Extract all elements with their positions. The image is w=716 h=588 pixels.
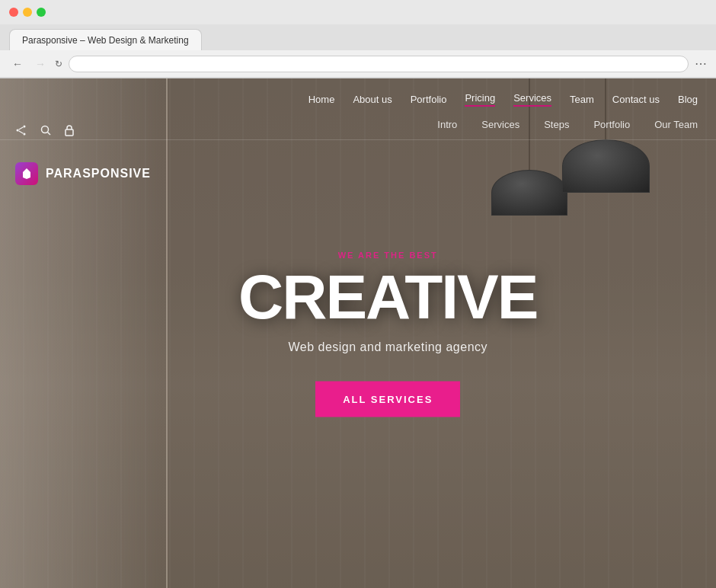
maximize-button[interactable] xyxy=(37,8,46,17)
svg-line-4 xyxy=(19,131,24,133)
nav-home[interactable]: Home xyxy=(308,94,335,105)
svg-marker-8 xyxy=(23,168,30,179)
back-button[interactable]: ← xyxy=(9,56,26,72)
left-panel-decoration xyxy=(0,78,168,588)
nav-team[interactable]: Team xyxy=(570,94,594,105)
primary-nav: Home About us Portfolio Pricing Services… xyxy=(0,78,716,113)
browser-chrome: Parasponsive – Web Design & Marketing ← … xyxy=(0,0,716,78)
svg-line-3 xyxy=(19,127,24,129)
window-controls xyxy=(9,8,46,17)
address-bar: ← → ↻ ⋯ xyxy=(0,50,716,78)
tab-title: Parasponsive – Web Design & Marketing xyxy=(22,35,189,46)
nav-left-icons xyxy=(15,124,75,139)
hero-title: CREATIVE xyxy=(238,266,538,328)
subnav-portfolio[interactable]: Portfolio xyxy=(593,119,630,130)
svg-point-2 xyxy=(24,133,26,136)
secondary-nav: Intro Services Steps Portfolio Our Team xyxy=(0,113,716,140)
hero-content: WE ARE THE BEST CREATIVE Web design and … xyxy=(238,251,538,417)
logo-text: PARASPONSIVE xyxy=(46,167,151,181)
lamp-shade-2 xyxy=(562,139,650,193)
tab-bar: Parasponsive – Web Design & Marketing xyxy=(0,24,716,50)
nav-pricing[interactable]: Pricing xyxy=(465,92,495,107)
subnav-steps[interactable]: Steps xyxy=(544,119,569,130)
hero-subtitle: Web design and marketing agency xyxy=(238,340,538,354)
hero-tagline: WE ARE THE BEST xyxy=(238,251,538,260)
share-icon[interactable] xyxy=(15,124,27,139)
lock-icon[interactable] xyxy=(64,124,75,139)
title-bar xyxy=(0,0,716,24)
site-wrapper: Home About us Portfolio Pricing Services… xyxy=(0,78,716,588)
svg-line-6 xyxy=(48,133,51,136)
svg-rect-7 xyxy=(66,129,73,136)
nav-blog[interactable]: Blog xyxy=(678,94,698,105)
svg-point-0 xyxy=(24,126,26,128)
nav-services[interactable]: Services xyxy=(513,92,551,107)
browser-tab[interactable]: Parasponsive – Web Design & Marketing xyxy=(9,29,202,50)
nav-about[interactable]: About us xyxy=(353,94,392,105)
minimize-button[interactable] xyxy=(23,8,32,17)
more-options-button[interactable]: ⋯ xyxy=(695,56,707,71)
subnav-services[interactable]: Services xyxy=(481,119,519,130)
close-button[interactable] xyxy=(9,8,18,17)
reload-button[interactable]: ↻ xyxy=(55,59,62,69)
logo-area[interactable]: PARASPONSIVE xyxy=(15,162,151,185)
lamp-shade xyxy=(491,170,567,216)
svg-point-5 xyxy=(42,126,49,133)
subnav-ourteam[interactable]: Our Team xyxy=(654,119,698,130)
logo-icon xyxy=(15,162,38,185)
svg-point-1 xyxy=(17,129,19,132)
subnav-intro[interactable]: Intro xyxy=(437,119,457,130)
nav-contact[interactable]: Contact us xyxy=(612,94,660,105)
nav-portfolio[interactable]: Portfolio xyxy=(411,94,447,105)
search-icon[interactable] xyxy=(40,124,52,139)
url-input[interactable] xyxy=(69,56,689,72)
forward-button[interactable]: → xyxy=(32,56,49,72)
cta-all-services-button[interactable]: ALL SERVICES xyxy=(315,382,460,417)
top-nav: Home About us Portfolio Pricing Services… xyxy=(0,78,716,140)
